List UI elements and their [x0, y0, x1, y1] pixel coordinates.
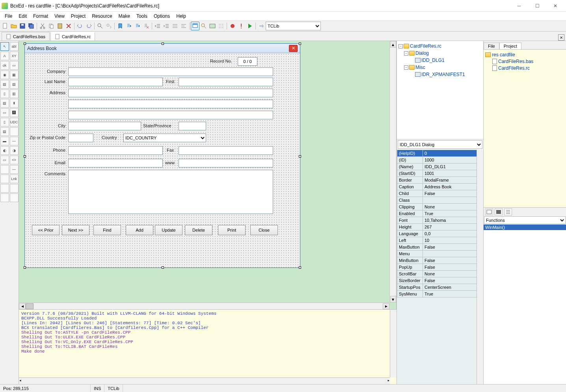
expand-icon[interactable]: −: [404, 65, 408, 70]
close-window-button[interactable]: ✕: [546, 0, 564, 12]
palette-tool[interactable]: —: [10, 165, 19, 174]
property-row[interactable]: (ID)1000: [397, 157, 483, 163]
palette-tool[interactable]: [0, 184, 9, 193]
property-row[interactable]: Font10,Tahoma: [397, 217, 483, 224]
menu-options[interactable]: Options: [151, 13, 173, 20]
address3-field[interactable]: [68, 111, 273, 119]
print-button[interactable]: Print: [218, 225, 246, 235]
property-row[interactable]: PopUpFalse: [397, 264, 483, 271]
property-row[interactable]: Class: [397, 197, 483, 204]
project-file[interactable]: CardFileRes.rc: [485, 65, 564, 71]
palette-tool[interactable]: —: [10, 137, 19, 145]
misc-folder[interactable]: Misc: [415, 65, 425, 70]
property-row[interactable]: Menu: [397, 251, 483, 257]
state-field[interactable]: [179, 122, 206, 130]
property-row[interactable]: SysMenuTrue: [397, 291, 483, 297]
properties-grid[interactable]: (HelpID)0(ID)1000(Name)IDD_DLG1(StartID)…: [397, 150, 483, 384]
new-file-button[interactable]: [1, 22, 9, 30]
output-console[interactable]: Version 7.7.6 (08/30/2021) Built with LL…: [19, 309, 397, 384]
property-row[interactable]: (StartID)1001: [397, 170, 483, 177]
side-tab-project[interactable]: Project: [499, 43, 521, 49]
find-button[interactable]: Find: [93, 225, 121, 235]
palette-tool[interactable]: ↖: [0, 42, 9, 51]
props-scrollbar-v[interactable]: [477, 150, 483, 384]
breakpoint-button[interactable]: [228, 22, 237, 30]
menu-format[interactable]: Format: [30, 13, 51, 20]
maximize-button[interactable]: ☐: [528, 0, 546, 12]
menu-view[interactable]: View: [51, 13, 68, 20]
palette-tool[interactable]: ▤: [0, 99, 9, 108]
palette-tool[interactable]: ▭: [0, 156, 9, 164]
grid-button[interactable]: [217, 22, 225, 30]
palette-tool[interactable]: [10, 184, 19, 193]
palette-tool[interactable]: [0, 193, 9, 202]
menu-project[interactable]: Project: [68, 13, 89, 20]
palette-tool[interactable]: ▤: [0, 80, 9, 89]
output-scrollbar-v[interactable]: [390, 310, 397, 377]
property-row[interactable]: MaxButtonFalse: [397, 244, 483, 251]
function-item[interactable]: WinMain(): [484, 225, 566, 230]
property-row[interactable]: (HelpID)0: [397, 150, 483, 157]
designer-scrollbar-v[interactable]: ▴ ▾: [389, 41, 396, 303]
phone-field[interactable]: [68, 146, 163, 155]
palette-tool[interactable]: ▥: [10, 89, 19, 98]
save-button[interactable]: [18, 22, 27, 30]
menu-file[interactable]: File: [2, 13, 15, 20]
undo-button[interactable]: [76, 22, 84, 30]
cut-button[interactable]: [38, 22, 47, 30]
palette-tool[interactable]: ▬: [0, 137, 9, 145]
palette-tool[interactable]: ▭: [10, 61, 19, 70]
dialog-folder[interactable]: Dialog: [415, 50, 429, 56]
palette-tool[interactable]: 🅰: [10, 108, 19, 117]
update-button[interactable]: Update: [155, 225, 182, 235]
comment-button[interactable]: [171, 22, 179, 30]
palette-tool[interactable]: ◐: [0, 146, 9, 155]
expand-icon[interactable]: −: [404, 51, 408, 56]
palette-tool[interactable]: ◑: [10, 146, 19, 155]
save-all-button[interactable]: [27, 22, 35, 30]
menu-resource[interactable]: Resource: [89, 13, 115, 20]
property-row[interactable]: MinButtonFalse: [397, 257, 483, 264]
fax-field[interactable]: [179, 146, 273, 155]
run-button[interactable]: [246, 22, 254, 30]
dialog-preview[interactable]: Address Book ✕ Record No. Company Last N…: [24, 43, 300, 268]
palette-tool[interactable]: ▭: [0, 108, 9, 117]
resource-root[interactable]: CardFileRes.rc: [410, 43, 441, 49]
form-designer[interactable]: Address Book ✕ Record No. Company Last N…: [19, 41, 397, 309]
prior-button[interactable]: << Prior: [32, 225, 60, 235]
city-field[interactable]: [68, 122, 141, 130]
designer-scrollbar-h[interactable]: ◂▸: [19, 303, 389, 309]
palette-tool[interactable]: <>: [10, 156, 19, 164]
zip-field[interactable]: [68, 134, 93, 142]
property-row[interactable]: ClippingNone: [397, 204, 483, 210]
redo-button[interactable]: [84, 22, 93, 30]
menu-make[interactable]: Make: [115, 13, 133, 20]
palette-tool[interactable]: ok: [0, 61, 9, 70]
palette-tool[interactable]: XY: [10, 52, 19, 60]
tab-order-button[interactable]: [208, 22, 217, 30]
property-row[interactable]: Language0,0: [397, 230, 483, 237]
project-tree[interactable]: res cardfile CardFileRes.basCardFileRes.…: [484, 50, 566, 207]
doc-tab[interactable]: CardFileRes.rc: [50, 32, 95, 41]
paste-button[interactable]: [56, 22, 64, 30]
comments-field[interactable]: [68, 170, 273, 214]
property-row[interactable]: SizeBorderFalse: [397, 277, 483, 284]
palette-tool[interactable]: abl: [10, 42, 19, 51]
palette-tool[interactable]: [0, 165, 9, 174]
delete-dialog-button[interactable]: Delete: [185, 225, 212, 235]
property-row[interactable]: CaptionAddress Book: [397, 184, 483, 190]
email-field[interactable]: [68, 159, 163, 167]
open-file-button[interactable]: [9, 22, 18, 30]
test-dialog-button[interactable]: [199, 22, 208, 30]
project-file[interactable]: CardFileRes.bas: [485, 58, 564, 65]
palette-tool[interactable]: UDC: [10, 118, 19, 126]
bookmark-clear-button[interactable]: [142, 22, 151, 30]
palette-tool[interactable]: ◉: [0, 71, 9, 79]
manifest-item[interactable]: IDR_XPMANIFEST1: [421, 72, 465, 77]
func-view1-button[interactable]: [485, 208, 493, 216]
palette-tool[interactable]: ▯: [0, 89, 9, 98]
indent-button[interactable]: [162, 22, 171, 30]
stop-debug-button[interactable]: [237, 22, 246, 30]
address2-field[interactable]: [68, 100, 273, 108]
output-scrollbar-h[interactable]: ◂▸: [19, 377, 390, 384]
